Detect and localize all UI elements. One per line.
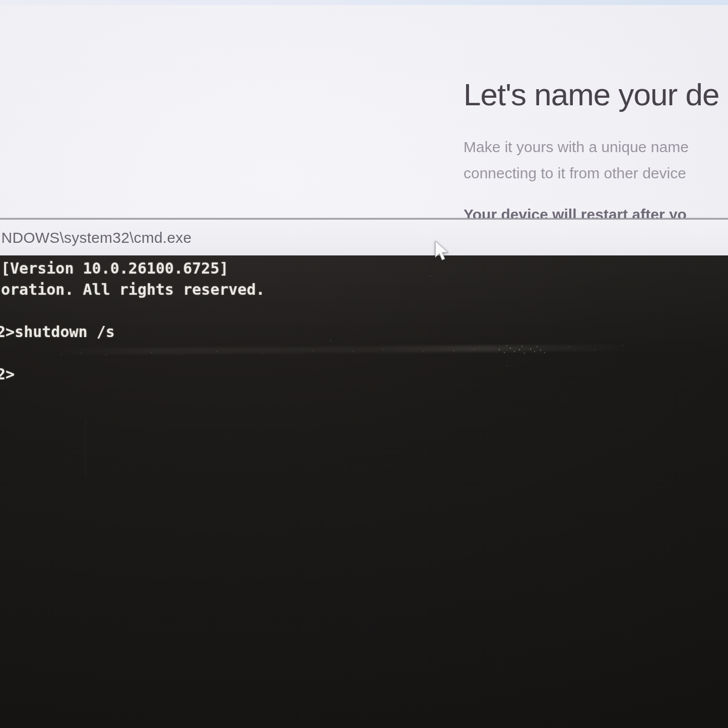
terminal[interactable]: [Version 10.0.26100.6725] oration. All r… — [0, 255, 728, 728]
dust-specks — [0, 255, 1, 256]
screen-smear — [85, 419, 86, 477]
screen: Let's name your de Make it yours with a … — [0, 0, 728, 728]
oobe-subtitle: Make it yours with a unique nameconnecti… — [464, 134, 689, 186]
oobe-subtitle-line2: connecting to it from other device — [464, 165, 686, 181]
terminal-output: [Version 10.0.26100.6725] oration. All r… — [0, 255, 728, 385]
screen-edge-strip — [0, 0, 728, 5]
terminal-line — [1, 300, 728, 321]
terminal-prompt[interactable]: 2> — [0, 364, 728, 385]
cmd-window: INDOWS\system32\cmd.exe [Version 10.0.26… — [0, 218, 728, 728]
oobe-subtitle-line1: Make it yours with a unique name — [464, 139, 689, 155]
mouse-cursor-icon — [433, 240, 449, 263]
terminal-line: oration. All rights reserved. — [1, 279, 728, 300]
terminal-command-line: 2>shutdown /s — [0, 321, 728, 343]
cmd-titlebar[interactable]: INDOWS\system32\cmd.exe — [0, 220, 728, 255]
cmd-window-title: INDOWS\system32\cmd.exe — [0, 229, 191, 246]
terminal-line: [Version 10.0.26100.6725] — [1, 258, 728, 279]
page-title: Let's name your de — [464, 77, 719, 112]
